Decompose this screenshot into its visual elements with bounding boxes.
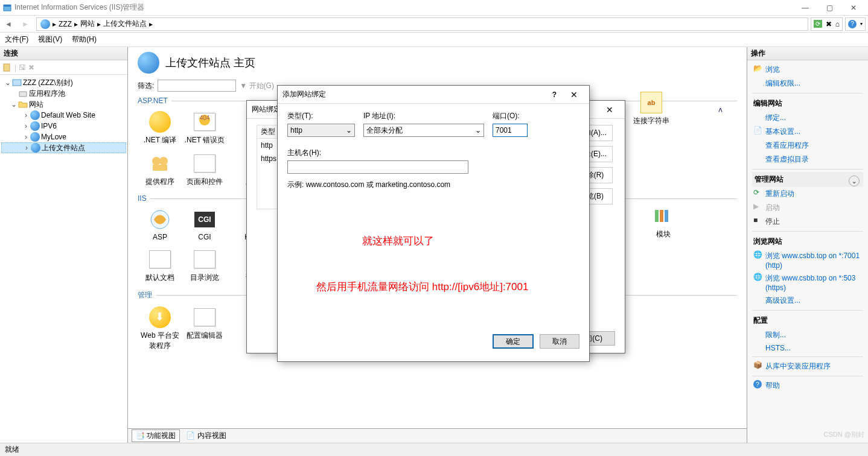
feature-web-platform[interactable]: ⬇Web 平台安装程序 xyxy=(138,303,182,355)
svg-point-6 xyxy=(159,157,168,165)
feature-net-compile[interactable]: .NET 编译 xyxy=(138,107,182,149)
action-limit[interactable]: 限制... xyxy=(752,328,863,342)
connections-header: 连接 xyxy=(0,47,127,60)
nav-tools: ⟳ ✖ ⌂ xyxy=(811,17,843,31)
heading-edit-site: 编辑网站 xyxy=(752,96,863,111)
navigation-bar: ◄ ► ▸ ZZZ▸ 网站▸ 上传文件站点▸ ⟳ ✖ ⌂ ? ▾ xyxy=(0,16,868,33)
feature-config-editor[interactable]: 配置编辑器 xyxy=(182,303,227,355)
filter-input[interactable] xyxy=(158,80,236,92)
menu-view[interactable]: 视图(V) xyxy=(38,34,62,45)
feature-dir-browse[interactable]: 目录浏览 xyxy=(182,245,227,287)
refresh-all-icon[interactable]: ⟳ xyxy=(814,20,822,28)
play-icon: ▶ xyxy=(753,202,763,212)
dlg-add-title: 添加网站绑定 xyxy=(282,89,326,100)
dlg-help-icon[interactable]: ? xyxy=(552,90,557,99)
help-icon[interactable]: ? xyxy=(848,20,857,28)
action-help[interactable]: ?帮助 xyxy=(752,379,863,393)
feature-default-doc[interactable]: 默认文档 xyxy=(138,245,182,287)
tree-server[interactable]: ZZZ (ZZZ\别封) xyxy=(23,78,73,88)
feature-providers[interactable]: 提供程序 xyxy=(138,149,182,191)
tree-sites[interactable]: 网站 xyxy=(29,100,43,110)
feature-cgi[interactable]: CGICGI xyxy=(182,205,227,245)
add-binding-dialog: 添加网站绑定 ? ✕ 类型(T): http⌄ IP 地址(I): 全部未分配⌄… xyxy=(277,85,590,362)
crumb-2[interactable]: 网站 xyxy=(80,19,95,29)
dlg-bind-title: 网站绑定 xyxy=(252,104,281,115)
forward-button[interactable]: ► xyxy=(17,20,34,28)
btn-cancel[interactable]: 取消 xyxy=(540,334,579,349)
svg-rect-1 xyxy=(4,5,11,7)
svg-rect-9 xyxy=(655,210,659,222)
btn-ok[interactable]: 确定 xyxy=(493,334,534,349)
actions-header: 操作 xyxy=(747,47,868,60)
home-icon[interactable]: ⌂ xyxy=(835,20,840,28)
feature-asp[interactable]: ASP xyxy=(138,205,182,245)
tree-app-pool[interactable]: 应用程序池 xyxy=(29,89,65,99)
expand-icon[interactable]: ⌄ xyxy=(849,176,860,186)
filter-start[interactable]: ▼ 开始(G) xyxy=(240,81,274,91)
restart-icon: ⟳ xyxy=(753,188,763,198)
action-hsts[interactable]: HSTS... xyxy=(752,342,863,354)
minimize-button[interactable]: — xyxy=(793,4,817,12)
dlg-add-close-icon[interactable]: ✕ xyxy=(564,90,584,100)
status-bar: 就绪 xyxy=(0,443,868,456)
maximize-button[interactable]: ▢ xyxy=(817,4,841,12)
page-title: 上传文件站点 主页 xyxy=(165,55,255,70)
collapse-icon[interactable]: ʌ xyxy=(718,106,723,114)
tree-site-upload[interactable]: 上传文件站点 xyxy=(42,143,85,153)
feature-net-error[interactable]: 404.NET 错误页 xyxy=(182,107,227,149)
folder-icon xyxy=(18,100,28,109)
close-button[interactable]: ✕ xyxy=(841,4,866,12)
svg-rect-7 xyxy=(153,165,167,171)
menu-help[interactable]: 帮助(H) xyxy=(72,34,97,45)
globe-icon xyxy=(30,132,40,142)
action-browse-https[interactable]: 🌐浏览 www.csbb.top on *:503 (https) xyxy=(752,271,863,294)
stop-icon[interactable]: ✖ xyxy=(826,20,832,28)
svg-rect-11 xyxy=(665,210,668,222)
server-icon xyxy=(12,78,22,87)
action-advanced[interactable]: 高级设置... xyxy=(752,294,863,308)
connections-pane: 连接 | 🖫 ✖ ⌄ZZZ (ZZZ\别封) 应用程序池 ⌄网站 ›Defaul… xyxy=(0,47,128,443)
connections-tree[interactable]: ⌄ZZZ (ZZZ\别封) 应用程序池 ⌄网站 ›Default Web Sit… xyxy=(0,75,127,443)
dlg-bind-close-icon[interactable]: ✕ xyxy=(599,105,620,115)
action-browse-http[interactable]: 🌐浏览 www.csbb.top on *:7001 (http) xyxy=(752,249,863,271)
chevron-down-icon: ⌄ xyxy=(475,126,481,135)
help-tool: ? ▾ xyxy=(845,17,866,31)
tab-features[interactable]: 📑 功能视图 xyxy=(132,429,180,442)
select-ip[interactable]: 全部未分配⌄ xyxy=(363,124,484,137)
browser-icon: 🌐 xyxy=(753,250,763,260)
stop-icon: ■ xyxy=(753,216,763,226)
action-binding[interactable]: 绑定... xyxy=(752,111,863,125)
crumb-1[interactable]: ZZZ xyxy=(59,20,72,28)
action-edit-perm[interactable]: 编辑权限... xyxy=(752,77,863,90)
menu-file[interactable]: 文件(F) xyxy=(5,34,28,45)
tree-site-mylove[interactable]: MyLove xyxy=(41,133,66,141)
tree-site-ipv6[interactable]: IPV6 xyxy=(41,122,57,130)
globe-icon xyxy=(30,110,40,120)
delete-icon[interactable]: ✖ xyxy=(28,63,34,72)
select-type[interactable]: http⌄ xyxy=(287,124,355,137)
tree-site-default[interactable]: Default Web Site xyxy=(41,111,95,119)
back-button[interactable]: ◄ xyxy=(0,20,17,28)
input-port[interactable] xyxy=(493,124,528,137)
feature-modules[interactable]: 模块 xyxy=(641,201,686,243)
feature-conn-str[interactable]: ab连接字符串 xyxy=(629,88,674,130)
add-connection-icon[interactable] xyxy=(2,63,12,72)
action-stop[interactable]: ■停止 xyxy=(752,215,863,229)
action-restart[interactable]: ⟳重新启动 xyxy=(752,187,863,201)
breadcrumb[interactable]: ▸ ZZZ▸ 网站▸ 上传文件站点▸ xyxy=(36,17,808,31)
tab-content[interactable]: 📄 内容视图 xyxy=(186,431,226,441)
action-basic[interactable]: 📄基本设置... xyxy=(752,125,863,139)
label-host: 主机名(H): xyxy=(287,148,579,158)
chevron-down-icon: ⌄ xyxy=(346,126,352,135)
input-host[interactable] xyxy=(287,160,468,174)
action-browse[interactable]: 📂浏览 xyxy=(752,63,863,77)
crumb-3[interactable]: 上传文件站点 xyxy=(103,19,147,29)
globe-icon xyxy=(40,19,50,29)
gallery-icon: 📦 xyxy=(753,361,763,370)
title-bar: Internet Information Services (IIS)管理器 —… xyxy=(0,0,868,16)
action-view-app[interactable]: 查看应用程序 xyxy=(752,139,863,153)
action-install-gallery[interactable]: 📦从库中安装应用程序 xyxy=(752,359,863,373)
action-view-vdir[interactable]: 查看虚拟目录 xyxy=(752,153,863,166)
feature-page-controls[interactable]: 页面和控件 xyxy=(182,149,227,191)
save-icon[interactable]: 🖫 xyxy=(19,63,26,72)
